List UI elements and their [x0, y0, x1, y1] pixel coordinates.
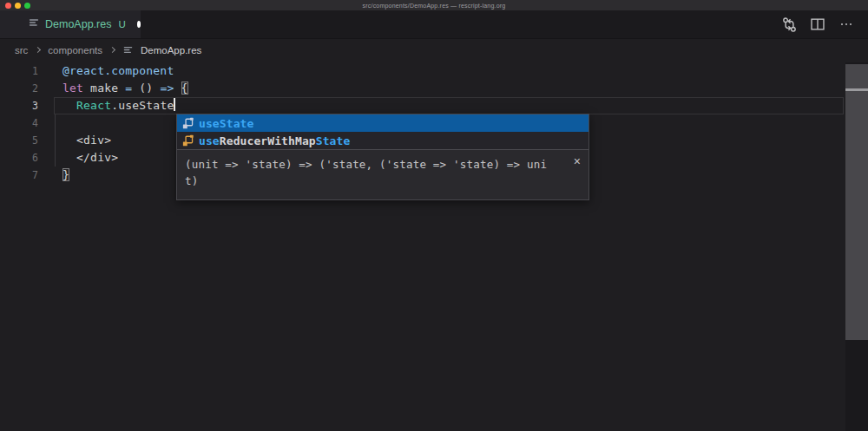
file-list-icon — [28, 16, 40, 32]
line-number: 7 — [0, 167, 38, 184]
line-number: 6 — [0, 149, 38, 167]
type-signature-line: t) — [185, 173, 581, 189]
code-editor[interactable]: 1@react.component2let make = () => {3 Re… — [0, 61, 868, 431]
suggestion-label: useState — [199, 117, 253, 130]
code-text: <div> — [38, 132, 111, 149]
scrollbar-thumb[interactable] — [845, 64, 868, 340]
chevron-right-icon — [109, 47, 115, 53]
split-editor-icon[interactable] — [809, 16, 826, 33]
breadcrumb-item-src[interactable]: src — [15, 45, 28, 56]
code-text: let make = () => { — [38, 80, 188, 97]
window-titlebar: src/components/DemoApp.res — rescript-la… — [0, 0, 868, 10]
code-text: } — [38, 167, 69, 184]
traffic-lights — [0, 3, 30, 9]
suggestion-docs-panel: (unit => 'state) => ('state, ('state => … — [177, 149, 589, 199]
suggestion-useReducerWithMapState[interactable]: useReducerWithMapState — [177, 132, 589, 149]
symbol-class-icon — [181, 134, 194, 147]
zoom-window-button[interactable] — [24, 3, 30, 9]
suggestion-useState[interactable]: useState — [177, 114, 589, 132]
minimize-window-button[interactable] — [15, 3, 21, 9]
line-number: 4 — [0, 114, 38, 132]
type-signature-line: (unit => 'state) => ('state, ('state => … — [185, 156, 581, 173]
tab-demoapp[interactable]: DemoApp.res U — [0, 10, 141, 38]
code-line-2[interactable]: 2let make = () => { — [0, 80, 868, 97]
editor-scrollbar[interactable] — [845, 62, 868, 431]
suggestion-list: useState useReducerWithMapState — [177, 114, 589, 149]
close-icon[interactable]: × — [574, 153, 581, 169]
code-line-3[interactable]: 3 React.useState — [0, 97, 868, 114]
close-window-button[interactable] — [5, 3, 11, 9]
open-changes-icon[interactable] — [780, 16, 798, 33]
breadcrumb-item-components[interactable]: components — [48, 45, 102, 56]
overview-ruler-cursor-mark — [845, 88, 868, 91]
text-cursor — [174, 98, 175, 111]
suggestion-label: useReducerWithMapState — [199, 134, 350, 147]
git-status-badge: U — [118, 19, 125, 29]
file-list-icon — [122, 44, 134, 56]
window-title: src/components/DemoApp.res — rescript-la… — [0, 3, 868, 9]
line-number: 3 — [0, 97, 38, 114]
tab-label: DemoApp.res — [45, 18, 111, 30]
line-number: 5 — [0, 132, 38, 149]
unsaved-changes-dot[interactable] — [137, 21, 141, 28]
chevron-right-icon — [35, 47, 41, 53]
line-number: 2 — [0, 80, 38, 97]
line-number: 1 — [0, 62, 38, 80]
editor-actions — [780, 10, 868, 38]
breadcrumb-item-file[interactable]: DemoApp.res — [141, 45, 201, 56]
code-line-1[interactable]: 1@react.component — [0, 62, 868, 80]
tab-bar: DemoApp.res U — [0, 10, 868, 39]
autocomplete-popup: useState useReducerWithMapState (unit =>… — [176, 114, 589, 200]
code-text — [38, 114, 62, 132]
symbol-class-icon — [181, 116, 194, 130]
code-text: React.useState — [38, 97, 175, 114]
breadcrumb: src components DemoApp.res — [0, 39, 868, 61]
code-text: </div> — [38, 149, 118, 167]
more-actions-icon[interactable] — [838, 16, 855, 33]
code-text: @react.component — [38, 62, 174, 80]
